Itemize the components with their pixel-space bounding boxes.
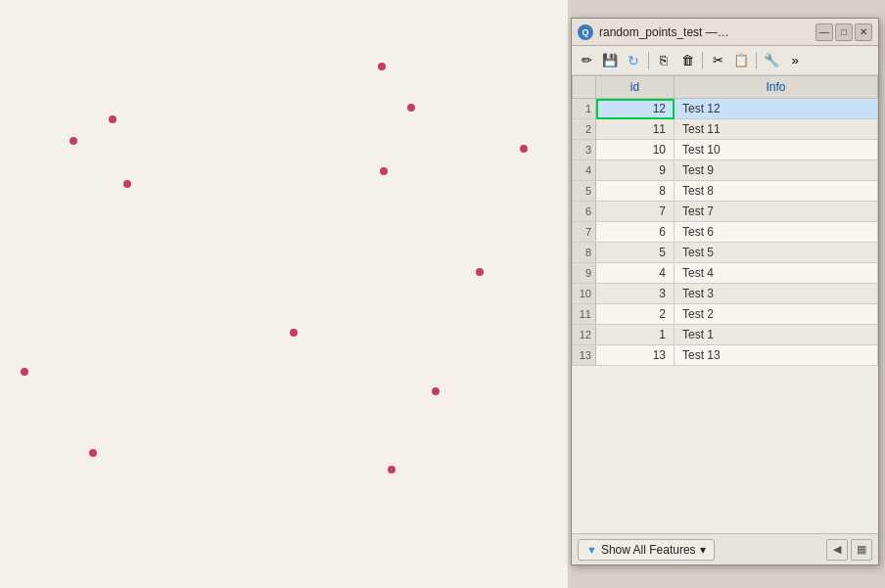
grid-button[interactable]: ▦ (851, 539, 872, 561)
id-cell[interactable]: 12 (596, 99, 675, 119)
id-cell[interactable]: 9 (596, 160, 675, 181)
table-row[interactable]: 310Test 10 (573, 140, 878, 160)
info-cell[interactable]: Test 10 (675, 140, 878, 160)
info-cell[interactable]: Test 11 (675, 119, 878, 140)
title-controls: — □ ✕ (815, 23, 872, 41)
edit-toggle-button[interactable]: ✏ (576, 50, 597, 71)
id-cell[interactable]: 13 (596, 345, 675, 366)
info-cell[interactable]: Test 13 (675, 345, 878, 366)
info-cell[interactable]: Test 7 (675, 202, 878, 222)
map-point (378, 63, 386, 70)
window-title: random_points_test —… (599, 25, 729, 39)
id-cell[interactable]: 4 (596, 263, 675, 284)
id-cell[interactable]: 11 (596, 119, 675, 140)
pencil-icon: ✏ (582, 53, 592, 68)
row-number: 3 (573, 140, 596, 160)
id-cell[interactable]: 6 (596, 222, 675, 243)
close-button[interactable]: ✕ (855, 23, 872, 41)
cut-button[interactable]: ✂ (707, 50, 728, 71)
id-cell[interactable]: 3 (596, 284, 675, 304)
separator-1 (648, 52, 649, 69)
id-cell[interactable]: 7 (596, 202, 675, 222)
table-row[interactable]: 121Test 1 (573, 325, 878, 345)
cut-icon: ✂ (713, 53, 723, 68)
reload-button[interactable]: ↻ (623, 50, 644, 71)
row-number: 13 (573, 345, 596, 366)
info-cell[interactable]: Test 12 (675, 99, 878, 119)
table-row[interactable]: 67Test 7 (573, 202, 878, 222)
info-cell[interactable]: Test 8 (675, 181, 878, 202)
table-row[interactable]: 85Test 5 (573, 243, 878, 263)
delete-selected-button[interactable]: 🗑 (676, 50, 698, 71)
show-features-label: Show All Features (601, 543, 696, 557)
map-point (70, 137, 77, 145)
table-row[interactable]: 76Test 6 (573, 222, 878, 243)
map-point (388, 466, 396, 474)
info-cell[interactable]: Test 3 (675, 284, 878, 304)
table-row[interactable]: 94Test 4 (573, 263, 878, 284)
info-cell[interactable]: Test 6 (675, 222, 878, 243)
info-cell[interactable]: Test 4 (675, 263, 878, 284)
id-cell[interactable]: 8 (596, 181, 675, 202)
info-cell[interactable]: Test 2 (675, 304, 878, 325)
title-bar: Q random_points_test —… — □ ✕ (572, 19, 878, 46)
id-column-header[interactable]: id (596, 76, 675, 99)
map-point (290, 329, 298, 337)
map-point (432, 387, 440, 395)
footer-right: ◀ ▦ (826, 539, 872, 561)
row-number: 6 (573, 202, 596, 222)
table-header-row: id Info (573, 76, 878, 99)
maximize-button[interactable]: □ (835, 23, 853, 41)
table-row[interactable]: 1313Test 13 (573, 345, 878, 366)
table-row[interactable]: 58Test 8 (573, 181, 878, 202)
row-num-header (573, 76, 596, 99)
map-point (123, 180, 131, 188)
paste-icon: 📋 (733, 53, 749, 68)
table-row[interactable]: 103Test 3 (573, 284, 878, 304)
table-body: 112Test 12211Test 11310Test 1049Test 958… (573, 99, 878, 366)
map-point (407, 104, 415, 112)
info-cell[interactable]: Test 5 (675, 243, 878, 263)
footer: ▼ Show All Features ▾ ◀ ▦ (572, 533, 878, 565)
table-row[interactable]: 211Test 11 (573, 119, 878, 140)
map-point (21, 368, 28, 376)
field-settings-button[interactable]: 🔧 (761, 50, 782, 71)
map-point (380, 167, 388, 175)
row-number: 4 (573, 160, 596, 181)
table-scroll[interactable]: id Info 112Test 12211Test 11310Test 1049… (572, 75, 878, 533)
copy-icon: ⎘ (660, 53, 668, 68)
attribute-table-window: Q random_points_test —… — □ ✕ ✏ 💾 ↻ ⎘ 🗑 … (571, 18, 879, 565)
show-features-button[interactable]: ▼ Show All Features ▾ (578, 539, 715, 561)
collapse-button[interactable]: ◀ (826, 539, 848, 561)
separator-3 (756, 52, 757, 69)
map-point (520, 145, 528, 153)
filter-icon: ▼ (586, 544, 597, 556)
copy-selected-button[interactable]: ⎘ (653, 50, 675, 71)
info-cell[interactable]: Test 1 (675, 325, 878, 345)
row-number: 12 (573, 325, 596, 345)
save-icon: 💾 (602, 53, 618, 68)
info-cell[interactable]: Test 9 (675, 160, 878, 181)
id-cell[interactable]: 1 (596, 325, 675, 345)
table-row[interactable]: 112Test 12 (573, 99, 878, 119)
map-point (89, 449, 97, 457)
more-button[interactable]: » (784, 50, 806, 71)
info-column-header[interactable]: Info (675, 76, 878, 99)
id-cell[interactable]: 5 (596, 243, 675, 263)
id-cell[interactable]: 10 (596, 140, 675, 160)
row-number: 7 (573, 222, 596, 243)
refresh-icon: ↻ (628, 53, 639, 68)
row-number: 8 (573, 243, 596, 263)
row-number: 9 (573, 263, 596, 284)
minimize-button[interactable]: — (815, 23, 833, 41)
separator-2 (702, 52, 703, 69)
save-button[interactable]: 💾 (599, 50, 621, 71)
table-row[interactable]: 112Test 2 (573, 304, 878, 325)
id-cell[interactable]: 2 (596, 304, 675, 325)
field-icon: 🔧 (764, 53, 779, 68)
paste-button[interactable]: 📋 (730, 50, 752, 71)
delete-icon: 🗑 (681, 53, 694, 68)
table-row[interactable]: 49Test 9 (573, 160, 878, 181)
attribute-table: id Info 112Test 12211Test 11310Test 1049… (572, 75, 878, 366)
more-icon: » (791, 53, 798, 68)
